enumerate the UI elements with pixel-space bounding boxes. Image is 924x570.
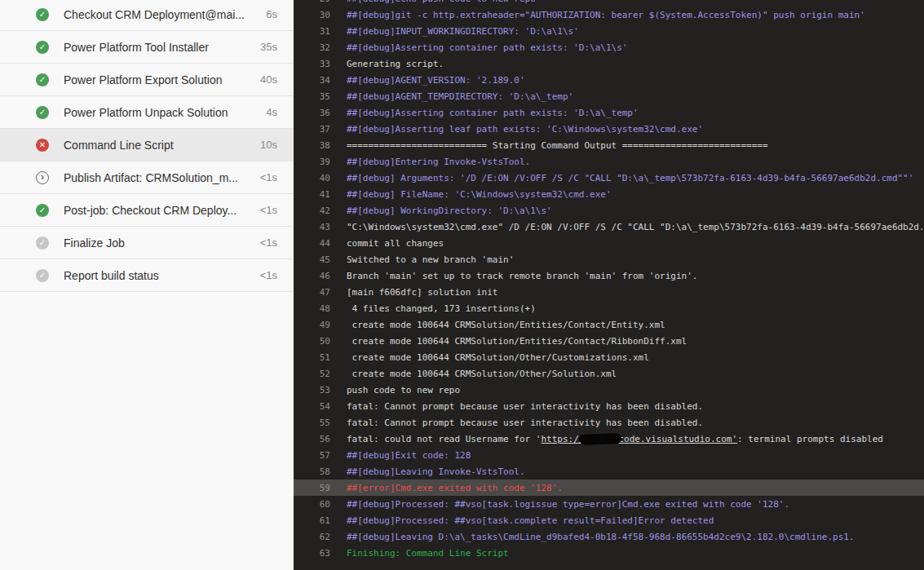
log-line[interactable]: 32##[debug]Asserting container path exis… <box>294 39 924 55</box>
line-text: ##[debug]Processed: ##vso[task.logissue … <box>330 499 789 510</box>
line-number[interactable]: 51 <box>294 352 330 363</box>
line-number[interactable]: 43 <box>294 222 330 232</box>
line-number[interactable]: 29 <box>294 0 330 4</box>
line-text: create mode 100644 CRMSolution/Entities/… <box>330 320 665 330</box>
success-status-icon: ✓ <box>36 204 49 217</box>
line-number[interactable]: 55 <box>294 418 330 428</box>
log-line[interactable]: 35##[debug]AGENT_TEMPDIRECTORY: 'D:\a\_t… <box>294 88 924 104</box>
pipeline-step[interactable]: ✓Power Platform Tool Installer35s <box>0 31 294 64</box>
line-number[interactable]: 36 <box>294 108 330 118</box>
log-line[interactable]: 34##[debug]AGENT_VERSION: '2.189.0' <box>294 72 924 88</box>
line-number[interactable]: 32 <box>294 42 330 53</box>
log-line[interactable]: 51 create mode 100644 CRMSolution/Other/… <box>294 349 924 365</box>
line-number[interactable]: 49 <box>294 320 330 330</box>
pipeline-step[interactable]: ›Publish Artifact: CRMSolution_m...<1s <box>0 161 294 194</box>
log-line[interactable]: 54fatal: Cannot prompt because user inte… <box>294 398 924 414</box>
pipeline-step[interactable]: ✓Power Platform Unpack Solution4s <box>0 96 294 129</box>
log-line[interactable]: 41##[debug] FileName: 'C:\Windows\system… <box>294 186 924 202</box>
log-line[interactable]: 44commit all changes <box>294 235 924 251</box>
line-text: Generating script. <box>330 59 444 69</box>
log-line[interactable]: 58##[debug]Leaving Invoke-VstsTool. <box>294 463 924 479</box>
line-number[interactable]: 50 <box>294 336 330 347</box>
line-number[interactable]: 62 <box>294 532 330 542</box>
log-line[interactable]: 61##[debug]Processed: ##vso[task.complet… <box>294 512 924 528</box>
line-text: "C:\Windows\system32\cmd.exe" /D /E:ON /… <box>330 222 924 232</box>
line-number[interactable]: 38 <box>294 140 330 151</box>
line-number[interactable]: 53 <box>294 385 330 395</box>
line-number[interactable]: 58 <box>294 466 330 477</box>
line-number[interactable]: 47 <box>294 287 330 298</box>
line-number[interactable]: 46 <box>294 271 330 281</box>
log-line[interactable]: 36##[debug]Asserting container path exis… <box>294 104 924 121</box>
log-line[interactable]: 63Finishing: Command Line Script <box>294 545 924 561</box>
log-line[interactable]: 56fatal: could not read Username for 'ht… <box>294 431 924 447</box>
pipeline-step[interactable]: ✓Checkout CRM Deployment@mai...6s <box>0 0 294 31</box>
pipeline-step[interactable]: ✓Finalize Job<1s <box>0 227 294 259</box>
log-line[interactable]: 59##[error]Cmd.exe exited with code '128… <box>294 479 924 496</box>
log-line[interactable]: 62##[debug]Leaving D:\a\_tasks\CmdLine_d… <box>294 528 924 545</box>
line-number[interactable]: 56 <box>294 434 330 444</box>
log-line[interactable]: 50 create mode 100644 CRMSolution/Entiti… <box>294 333 924 349</box>
log-line[interactable]: 55fatal: Cannot prompt because user inte… <box>294 414 924 431</box>
log-line[interactable]: 47[main f606dfc] solution init <box>294 284 924 300</box>
line-number[interactable]: 37 <box>294 124 330 135</box>
line-text: ##[debug]Asserting container path exists… <box>330 42 627 53</box>
line-number[interactable]: 61 <box>294 515 330 526</box>
log-line[interactable]: 37##[debug]Asserting leaf path exists: '… <box>294 121 924 137</box>
redaction-scribble <box>579 433 621 445</box>
skipped-status-icon: › <box>36 171 49 184</box>
url-link[interactable]: code.visualstudio.com' <box>618 434 737 444</box>
line-number[interactable]: 35 <box>294 91 330 102</box>
url-link[interactable]: https:// <box>541 434 584 444</box>
line-number[interactable]: 57 <box>294 450 330 461</box>
log-line[interactable]: 33Generating script. <box>294 55 924 72</box>
line-text: ##[debug]INPUT_WORKINGDIRECTORY: 'D:\a\1… <box>330 26 579 37</box>
log-line[interactable]: 40##[debug] Arguments: '/D /E:ON /V:OFF … <box>294 170 924 186</box>
line-text: Finishing: Command Line Script <box>330 548 509 559</box>
log-line[interactable]: 43"C:\Windows\system32\cmd.exe" /D /E:ON… <box>294 219 924 235</box>
line-text: ##[debug]AGENT_TEMPDIRECTORY: 'D:\a\_tem… <box>330 91 573 102</box>
line-number[interactable]: 40 <box>294 173 330 183</box>
log-line[interactable]: 38========================== Starting Co… <box>294 137 924 153</box>
pipeline-step[interactable]: ✓Report build status<1s <box>0 259 294 292</box>
line-number[interactable]: 59 <box>294 483 330 493</box>
log-line[interactable]: 31##[debug]INPUT_WORKINGDIRECTORY: 'D:\a… <box>294 23 924 39</box>
line-number[interactable]: 48 <box>294 303 330 314</box>
line-text: push code to new repo <box>330 385 460 395</box>
line-number[interactable]: 30 <box>294 10 330 20</box>
log-line[interactable]: 52 create mode 100644 CRMSolution/Other/… <box>294 365 924 382</box>
log-line[interactable]: 49 create mode 100644 CRMSolution/Entiti… <box>294 316 924 333</box>
log-line[interactable]: 39##[debug]Entering Invoke-VstsTool. <box>294 153 924 170</box>
log-line[interactable]: 45Switched to a new branch 'main' <box>294 251 924 267</box>
line-number[interactable]: 31 <box>294 26 330 37</box>
pipeline-step[interactable]: ✓Post-job: Checkout CRM Deploy...<1s <box>0 194 294 227</box>
line-text: ##[debug]Exit code: 128 <box>330 450 471 461</box>
line-number[interactable]: 34 <box>294 75 330 86</box>
pipeline-step[interactable]: ✕Command Line Script10s <box>0 129 294 161</box>
line-number[interactable]: 54 <box>294 401 330 412</box>
line-text: ##[debug]AGENT_VERSION: '2.189.0' <box>330 75 525 86</box>
line-number[interactable]: 60 <box>294 499 330 510</box>
line-number[interactable]: 39 <box>294 157 330 167</box>
step-label: Power Platform Unpack Solution <box>64 106 228 119</box>
line-number[interactable]: 52 <box>294 369 330 379</box>
line-number[interactable]: 41 <box>294 189 330 200</box>
line-text: ##[debug] FileName: 'C:\Windows\system32… <box>330 189 612 200</box>
log-line[interactable]: 48 4 files changed, 173 insertions(+) <box>294 300 924 316</box>
log-line[interactable]: 30##[debug]git -c http.extraheader="AUTH… <box>294 7 924 23</box>
step-duration: 40s <box>254 73 277 86</box>
log-line[interactable]: 46Branch 'main' set up to track remote b… <box>294 267 924 284</box>
log-line[interactable]: 57##[debug]Exit code: 128 <box>294 447 924 463</box>
pipeline-step[interactable]: ✓Power Platform Export Solution40s <box>0 64 294 96</box>
log-line[interactable]: 60##[debug]Processed: ##vso[task.logissu… <box>294 496 924 512</box>
pipeline-steps-sidebar: ✓Checkout CRM Deployment@mai...6s✓Power … <box>0 0 294 570</box>
line-number[interactable]: 42 <box>294 205 330 216</box>
line-number[interactable]: 63 <box>294 548 330 559</box>
log-line[interactable]: 53push code to new repo <box>294 382 924 398</box>
line-number[interactable]: 45 <box>294 254 330 265</box>
line-number[interactable]: 33 <box>294 59 330 69</box>
log-line[interactable]: 42##[debug] WorkingDirectory: 'D:\a\1\s' <box>294 202 924 219</box>
log-line[interactable]: 29##[debug]echo push code to new repo <box>294 0 924 7</box>
step-label: Report build status <box>64 269 159 282</box>
line-number[interactable]: 44 <box>294 238 330 249</box>
